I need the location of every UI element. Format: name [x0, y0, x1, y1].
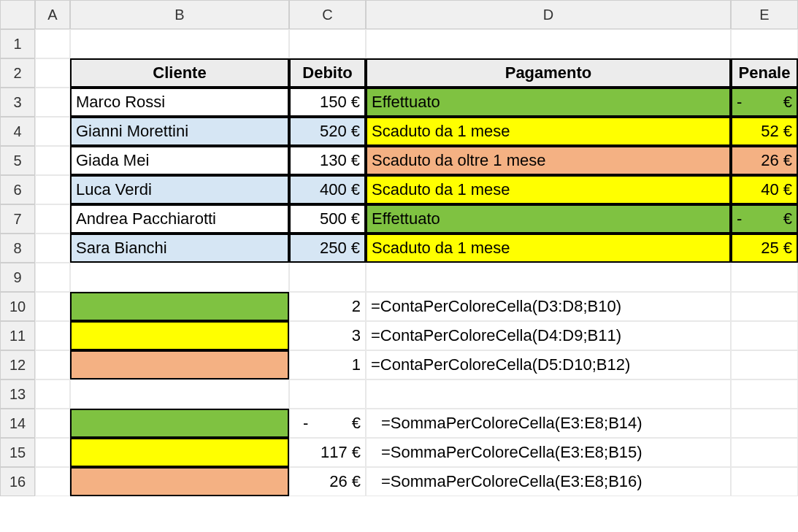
- cell-cliente-3[interactable]: Marco Rossi: [70, 88, 289, 117]
- cell-B9[interactable]: [70, 263, 289, 292]
- cell-debito-4[interactable]: 520 €: [289, 117, 366, 146]
- row-header-6[interactable]: 6: [0, 175, 35, 204]
- cell-D1[interactable]: [366, 29, 731, 58]
- row-header-9[interactable]: 9: [0, 263, 35, 292]
- cell-A8[interactable]: [35, 234, 70, 263]
- cell-pagamento-5[interactable]: Scaduto da oltre 1 mese: [366, 146, 731, 175]
- row-header-7[interactable]: 7: [0, 204, 35, 234]
- cell-debito-8[interactable]: 250 €: [289, 234, 366, 263]
- row-header-5[interactable]: 5: [0, 146, 35, 175]
- cell-debito-3[interactable]: 150 €: [289, 88, 366, 117]
- sum-val-14[interactable]: - €: [289, 409, 366, 438]
- cell-penale-6[interactable]: 40 €: [731, 175, 798, 204]
- cell-A1[interactable]: [35, 29, 70, 58]
- header-penale[interactable]: Penale: [731, 58, 798, 88]
- cell-debito-6[interactable]: 400 €: [289, 175, 366, 204]
- cell-E11[interactable]: [731, 321, 798, 350]
- cell-A11[interactable]: [35, 321, 70, 350]
- cell-debito-5[interactable]: 130 €: [289, 146, 366, 175]
- row-header-10[interactable]: 10: [0, 292, 35, 321]
- cell-debito-7[interactable]: 500 €: [289, 204, 366, 234]
- cell-penale-7[interactable]: - €: [731, 204, 798, 234]
- cell-E13[interactable]: [731, 379, 798, 409]
- swatch-yellow-11[interactable]: [70, 321, 289, 350]
- cell-D13[interactable]: [366, 379, 731, 409]
- count-formula-12[interactable]: =ContaPerColoreCella(D5:D10;B12): [366, 350, 731, 379]
- sum-val-15[interactable]: 117 €: [289, 438, 366, 467]
- cell-E1[interactable]: [731, 29, 798, 58]
- cell-A12[interactable]: [35, 350, 70, 379]
- count-val-10[interactable]: 2: [289, 292, 366, 321]
- cell-D9[interactable]: [366, 263, 731, 292]
- cell-cliente-8[interactable]: Sara Bianchi: [70, 234, 289, 263]
- cell-E10[interactable]: [731, 292, 798, 321]
- cell-penale-5[interactable]: 26 €: [731, 146, 798, 175]
- cell-A4[interactable]: [35, 117, 70, 146]
- cell-A13[interactable]: [35, 379, 70, 409]
- cell-A7[interactable]: [35, 204, 70, 234]
- count-val-12[interactable]: 1: [289, 350, 366, 379]
- cell-E14[interactable]: [731, 409, 798, 438]
- count-val-11[interactable]: 3: [289, 321, 366, 350]
- row-header-3[interactable]: 3: [0, 88, 35, 117]
- cell-C9[interactable]: [289, 263, 366, 292]
- cell-penale-8[interactable]: 25 €: [731, 234, 798, 263]
- cell-pagamento-7[interactable]: Effettuato: [366, 204, 731, 234]
- col-header-C[interactable]: C: [289, 0, 366, 29]
- cell-cliente-7[interactable]: Andrea Pacchiarotti: [70, 204, 289, 234]
- row-header-1[interactable]: 1: [0, 29, 35, 58]
- cell-penale-3[interactable]: - €: [731, 88, 798, 117]
- row-header-15[interactable]: 15: [0, 438, 35, 467]
- cell-A5[interactable]: [35, 146, 70, 175]
- cell-penale-4[interactable]: 52 €: [731, 117, 798, 146]
- cell-cliente-6[interactable]: Luca Verdi: [70, 175, 289, 204]
- row-header-12[interactable]: 12: [0, 350, 35, 379]
- row-header-13[interactable]: 13: [0, 379, 35, 409]
- header-cliente[interactable]: Cliente: [70, 58, 289, 88]
- header-pagamento[interactable]: Pagamento: [366, 58, 731, 88]
- cell-pagamento-6[interactable]: Scaduto da 1 mese: [366, 175, 731, 204]
- row-header-14[interactable]: 14: [0, 409, 35, 438]
- cell-A9[interactable]: [35, 263, 70, 292]
- cell-A3[interactable]: [35, 88, 70, 117]
- cell-E12[interactable]: [731, 350, 798, 379]
- cell-E16[interactable]: [731, 467, 798, 496]
- col-header-D[interactable]: D: [366, 0, 731, 29]
- col-header-E[interactable]: E: [731, 0, 798, 29]
- swatch-orange-12[interactable]: [70, 350, 289, 379]
- cell-B13[interactable]: [70, 379, 289, 409]
- cell-pagamento-3[interactable]: Effettuato: [366, 88, 731, 117]
- cell-pagamento-8[interactable]: Scaduto da 1 mese: [366, 234, 731, 263]
- row-header-8[interactable]: 8: [0, 234, 35, 263]
- cell-cliente-4[interactable]: Gianni Morettini: [70, 117, 289, 146]
- cell-E15[interactable]: [731, 438, 798, 467]
- sum-formula-15[interactable]: =SommaPerColoreCella(E3:E8;B15): [366, 438, 731, 467]
- col-header-A[interactable]: A: [35, 0, 70, 29]
- cell-E9[interactable]: [731, 263, 798, 292]
- swatch-orange-16[interactable]: [70, 467, 289, 496]
- cell-A2[interactable]: [35, 58, 70, 88]
- col-header-B[interactable]: B: [70, 0, 289, 29]
- cell-A6[interactable]: [35, 175, 70, 204]
- cell-pagamento-4[interactable]: Scaduto da 1 mese: [366, 117, 731, 146]
- cell-A10[interactable]: [35, 292, 70, 321]
- cell-A15[interactable]: [35, 438, 70, 467]
- cell-C1[interactable]: [289, 29, 366, 58]
- swatch-green-14[interactable]: [70, 409, 289, 438]
- cell-A14[interactable]: [35, 409, 70, 438]
- row-header-16[interactable]: 16: [0, 467, 35, 496]
- row-header-4[interactable]: 4: [0, 117, 35, 146]
- swatch-green-10[interactable]: [70, 292, 289, 321]
- row-header-2[interactable]: 2: [0, 58, 35, 88]
- cell-A16[interactable]: [35, 467, 70, 496]
- swatch-yellow-15[interactable]: [70, 438, 289, 467]
- sum-formula-14[interactable]: =SommaPerColoreCella(E3:E8;B14): [366, 409, 731, 438]
- cell-cliente-5[interactable]: Giada Mei: [70, 146, 289, 175]
- count-formula-10[interactable]: =ContaPerColoreCella(D3:D8;B10): [366, 292, 731, 321]
- sum-val-16[interactable]: 26 €: [289, 467, 366, 496]
- sum-formula-16[interactable]: =SommaPerColoreCella(E3:E8;B16): [366, 467, 731, 496]
- header-debito[interactable]: Debito: [289, 58, 366, 88]
- cell-C13[interactable]: [289, 379, 366, 409]
- count-formula-11[interactable]: =ContaPerColoreCella(D4:D9;B11): [366, 321, 731, 350]
- cell-B1[interactable]: [70, 29, 289, 58]
